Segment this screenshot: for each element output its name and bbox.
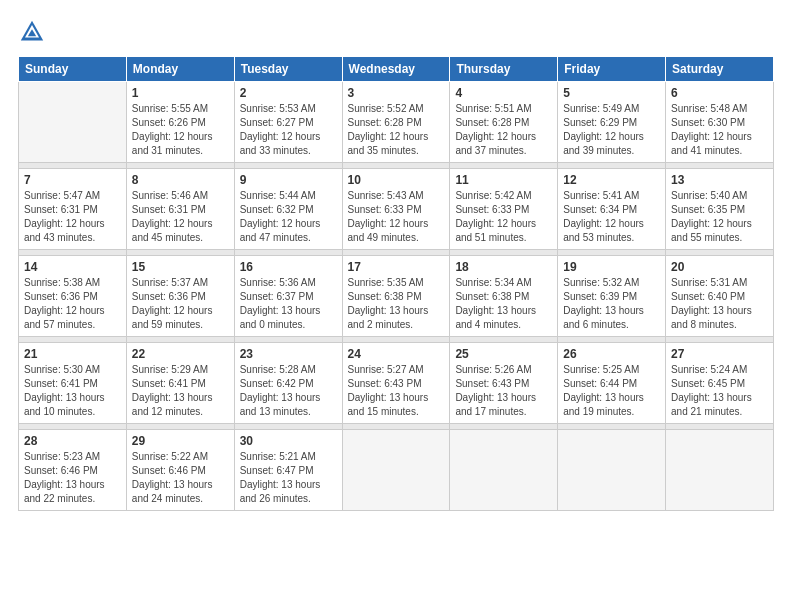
- calendar-cell: 27Sunrise: 5:24 AM Sunset: 6:45 PM Dayli…: [666, 343, 774, 424]
- calendar-cell: 18Sunrise: 5:34 AM Sunset: 6:38 PM Dayli…: [450, 256, 558, 337]
- calendar-cell: 19Sunrise: 5:32 AM Sunset: 6:39 PM Dayli…: [558, 256, 666, 337]
- calendar-cell: 10Sunrise: 5:43 AM Sunset: 6:33 PM Dayli…: [342, 169, 450, 250]
- calendar-cell: 26Sunrise: 5:25 AM Sunset: 6:44 PM Dayli…: [558, 343, 666, 424]
- day-number: 2: [240, 86, 337, 100]
- calendar-cell: [450, 430, 558, 511]
- day-number: 9: [240, 173, 337, 187]
- day-info: Sunrise: 5:25 AM Sunset: 6:44 PM Dayligh…: [563, 363, 660, 419]
- day-info: Sunrise: 5:43 AM Sunset: 6:33 PM Dayligh…: [348, 189, 445, 245]
- day-info: Sunrise: 5:28 AM Sunset: 6:42 PM Dayligh…: [240, 363, 337, 419]
- calendar-cell: 9Sunrise: 5:44 AM Sunset: 6:32 PM Daylig…: [234, 169, 342, 250]
- day-number: 15: [132, 260, 229, 274]
- day-info: Sunrise: 5:34 AM Sunset: 6:38 PM Dayligh…: [455, 276, 552, 332]
- day-number: 26: [563, 347, 660, 361]
- calendar-cell: [558, 430, 666, 511]
- day-info: Sunrise: 5:48 AM Sunset: 6:30 PM Dayligh…: [671, 102, 768, 158]
- day-info: Sunrise: 5:37 AM Sunset: 6:36 PM Dayligh…: [132, 276, 229, 332]
- calendar-week-2: 7Sunrise: 5:47 AM Sunset: 6:31 PM Daylig…: [19, 169, 774, 250]
- calendar-cell: [19, 82, 127, 163]
- day-number: 14: [24, 260, 121, 274]
- day-info: Sunrise: 5:51 AM Sunset: 6:28 PM Dayligh…: [455, 102, 552, 158]
- page: SundayMondayTuesdayWednesdayThursdayFrid…: [0, 0, 792, 612]
- calendar-cell: 28Sunrise: 5:23 AM Sunset: 6:46 PM Dayli…: [19, 430, 127, 511]
- calendar-table: SundayMondayTuesdayWednesdayThursdayFrid…: [18, 56, 774, 511]
- logo-icon: [18, 18, 46, 46]
- day-info: Sunrise: 5:30 AM Sunset: 6:41 PM Dayligh…: [24, 363, 121, 419]
- day-number: 17: [348, 260, 445, 274]
- calendar-cell: [666, 430, 774, 511]
- calendar-cell: 14Sunrise: 5:38 AM Sunset: 6:36 PM Dayli…: [19, 256, 127, 337]
- day-number: 22: [132, 347, 229, 361]
- day-info: Sunrise: 5:38 AM Sunset: 6:36 PM Dayligh…: [24, 276, 121, 332]
- day-info: Sunrise: 5:22 AM Sunset: 6:46 PM Dayligh…: [132, 450, 229, 506]
- day-number: 21: [24, 347, 121, 361]
- column-header-sunday: Sunday: [19, 57, 127, 82]
- column-header-monday: Monday: [126, 57, 234, 82]
- calendar-header-row: SundayMondayTuesdayWednesdayThursdayFrid…: [19, 57, 774, 82]
- day-info: Sunrise: 5:40 AM Sunset: 6:35 PM Dayligh…: [671, 189, 768, 245]
- day-number: 16: [240, 260, 337, 274]
- calendar-week-3: 14Sunrise: 5:38 AM Sunset: 6:36 PM Dayli…: [19, 256, 774, 337]
- day-number: 24: [348, 347, 445, 361]
- calendar-cell: 24Sunrise: 5:27 AM Sunset: 6:43 PM Dayli…: [342, 343, 450, 424]
- day-number: 19: [563, 260, 660, 274]
- day-info: Sunrise: 5:31 AM Sunset: 6:40 PM Dayligh…: [671, 276, 768, 332]
- calendar-cell: 22Sunrise: 5:29 AM Sunset: 6:41 PM Dayli…: [126, 343, 234, 424]
- day-info: Sunrise: 5:36 AM Sunset: 6:37 PM Dayligh…: [240, 276, 337, 332]
- day-number: 5: [563, 86, 660, 100]
- calendar-week-5: 28Sunrise: 5:23 AM Sunset: 6:46 PM Dayli…: [19, 430, 774, 511]
- calendar-cell: 15Sunrise: 5:37 AM Sunset: 6:36 PM Dayli…: [126, 256, 234, 337]
- calendar-cell: 3Sunrise: 5:52 AM Sunset: 6:28 PM Daylig…: [342, 82, 450, 163]
- calendar-cell: 21Sunrise: 5:30 AM Sunset: 6:41 PM Dayli…: [19, 343, 127, 424]
- day-number: 10: [348, 173, 445, 187]
- day-number: 6: [671, 86, 768, 100]
- day-number: 27: [671, 347, 768, 361]
- day-number: 12: [563, 173, 660, 187]
- logo: [18, 18, 50, 46]
- day-info: Sunrise: 5:46 AM Sunset: 6:31 PM Dayligh…: [132, 189, 229, 245]
- day-info: Sunrise: 5:47 AM Sunset: 6:31 PM Dayligh…: [24, 189, 121, 245]
- calendar-cell: 20Sunrise: 5:31 AM Sunset: 6:40 PM Dayli…: [666, 256, 774, 337]
- day-number: 20: [671, 260, 768, 274]
- calendar-week-4: 21Sunrise: 5:30 AM Sunset: 6:41 PM Dayli…: [19, 343, 774, 424]
- day-info: Sunrise: 5:26 AM Sunset: 6:43 PM Dayligh…: [455, 363, 552, 419]
- day-info: Sunrise: 5:27 AM Sunset: 6:43 PM Dayligh…: [348, 363, 445, 419]
- day-info: Sunrise: 5:41 AM Sunset: 6:34 PM Dayligh…: [563, 189, 660, 245]
- column-header-saturday: Saturday: [666, 57, 774, 82]
- calendar-cell: 17Sunrise: 5:35 AM Sunset: 6:38 PM Dayli…: [342, 256, 450, 337]
- day-info: Sunrise: 5:49 AM Sunset: 6:29 PM Dayligh…: [563, 102, 660, 158]
- day-number: 29: [132, 434, 229, 448]
- calendar-cell: 23Sunrise: 5:28 AM Sunset: 6:42 PM Dayli…: [234, 343, 342, 424]
- calendar-cell: [342, 430, 450, 511]
- day-number: 8: [132, 173, 229, 187]
- day-info: Sunrise: 5:44 AM Sunset: 6:32 PM Dayligh…: [240, 189, 337, 245]
- day-info: Sunrise: 5:21 AM Sunset: 6:47 PM Dayligh…: [240, 450, 337, 506]
- day-info: Sunrise: 5:24 AM Sunset: 6:45 PM Dayligh…: [671, 363, 768, 419]
- calendar-cell: 30Sunrise: 5:21 AM Sunset: 6:47 PM Dayli…: [234, 430, 342, 511]
- calendar-cell: 6Sunrise: 5:48 AM Sunset: 6:30 PM Daylig…: [666, 82, 774, 163]
- calendar-cell: 25Sunrise: 5:26 AM Sunset: 6:43 PM Dayli…: [450, 343, 558, 424]
- day-number: 1: [132, 86, 229, 100]
- day-info: Sunrise: 5:42 AM Sunset: 6:33 PM Dayligh…: [455, 189, 552, 245]
- column-header-thursday: Thursday: [450, 57, 558, 82]
- column-header-friday: Friday: [558, 57, 666, 82]
- calendar-cell: 11Sunrise: 5:42 AM Sunset: 6:33 PM Dayli…: [450, 169, 558, 250]
- day-number: 11: [455, 173, 552, 187]
- day-info: Sunrise: 5:32 AM Sunset: 6:39 PM Dayligh…: [563, 276, 660, 332]
- calendar-week-1: 1Sunrise: 5:55 AM Sunset: 6:26 PM Daylig…: [19, 82, 774, 163]
- calendar-cell: 4Sunrise: 5:51 AM Sunset: 6:28 PM Daylig…: [450, 82, 558, 163]
- calendar-cell: 1Sunrise: 5:55 AM Sunset: 6:26 PM Daylig…: [126, 82, 234, 163]
- day-info: Sunrise: 5:35 AM Sunset: 6:38 PM Dayligh…: [348, 276, 445, 332]
- day-info: Sunrise: 5:55 AM Sunset: 6:26 PM Dayligh…: [132, 102, 229, 158]
- day-info: Sunrise: 5:23 AM Sunset: 6:46 PM Dayligh…: [24, 450, 121, 506]
- calendar-cell: 29Sunrise: 5:22 AM Sunset: 6:46 PM Dayli…: [126, 430, 234, 511]
- day-info: Sunrise: 5:53 AM Sunset: 6:27 PM Dayligh…: [240, 102, 337, 158]
- column-header-tuesday: Tuesday: [234, 57, 342, 82]
- day-number: 7: [24, 173, 121, 187]
- day-number: 30: [240, 434, 337, 448]
- day-info: Sunrise: 5:29 AM Sunset: 6:41 PM Dayligh…: [132, 363, 229, 419]
- column-header-wednesday: Wednesday: [342, 57, 450, 82]
- day-number: 13: [671, 173, 768, 187]
- calendar-cell: 13Sunrise: 5:40 AM Sunset: 6:35 PM Dayli…: [666, 169, 774, 250]
- calendar-cell: 2Sunrise: 5:53 AM Sunset: 6:27 PM Daylig…: [234, 82, 342, 163]
